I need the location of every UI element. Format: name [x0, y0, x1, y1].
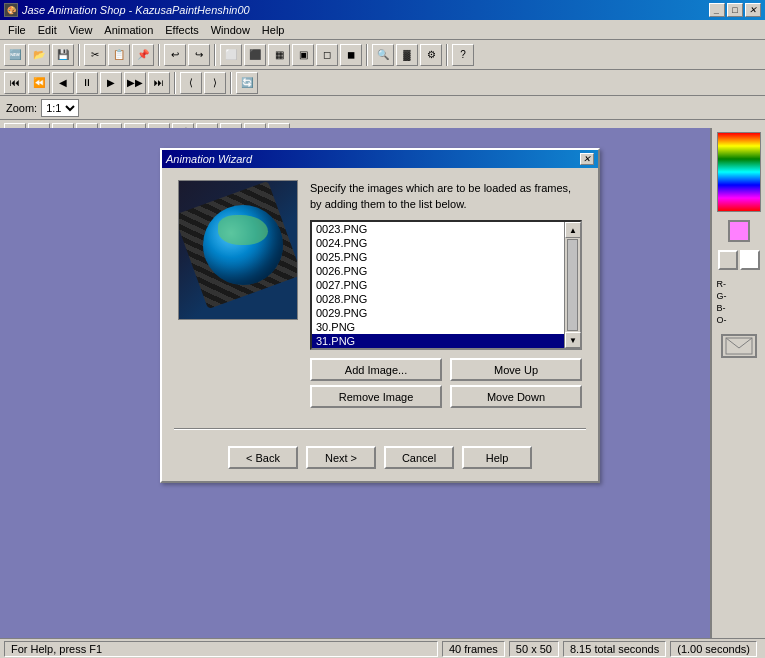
first-frame[interactable]: ⏮	[4, 72, 26, 94]
color-swatch[interactable]	[728, 220, 750, 242]
sep4	[366, 44, 368, 66]
tool4[interactable]: ▣	[292, 44, 314, 66]
menu-edit[interactable]: Edit	[32, 20, 63, 39]
last-frame[interactable]: ⏭	[148, 72, 170, 94]
o-value: O-	[717, 314, 761, 326]
tool7[interactable]: 🔍	[372, 44, 394, 66]
sep7	[230, 72, 232, 94]
dialog-nav-buttons: < Back Next > Cancel Help	[162, 438, 598, 481]
anim-toolbar: ⏮ ⏪ ◀ ⏸ ▶ ▶▶ ⏭ ⟨ ⟩ 🔄	[0, 70, 765, 96]
minimize-button[interactable]: _	[709, 3, 725, 17]
globe-preview-image	[178, 180, 298, 320]
sep2	[158, 44, 160, 66]
dialog-description: Specify the images which are to be loade…	[310, 180, 582, 212]
status-size: 50 x 50	[509, 641, 559, 657]
save-button[interactable]: 💾	[52, 44, 74, 66]
zoom-select[interactable]: 1:1 1:2 1:4 2:1	[41, 99, 79, 117]
next-button[interactable]: Next >	[306, 446, 376, 469]
help-tool[interactable]: ?	[452, 44, 474, 66]
status-help: For Help, press F1	[4, 641, 438, 657]
tool8[interactable]: ▓	[396, 44, 418, 66]
menu-effects[interactable]: Effects	[159, 20, 204, 39]
help-button[interactable]: Help	[462, 446, 532, 469]
file-item-30[interactable]: 30.PNG	[312, 320, 580, 334]
maximize-button[interactable]: □	[727, 3, 743, 17]
dialog-close-button[interactable]: ✕	[580, 153, 594, 165]
copy-button[interactable]: 📋	[108, 44, 130, 66]
cancel-button[interactable]: Cancel	[384, 446, 454, 469]
close-button[interactable]: ✕	[745, 3, 761, 17]
rgb-display: R- G- B- O-	[717, 278, 761, 326]
menu-animation[interactable]: Animation	[98, 20, 159, 39]
move-up-button[interactable]: Move Up	[450, 358, 582, 381]
menu-window[interactable]: Window	[205, 20, 256, 39]
new-button[interactable]: 🆕	[4, 44, 26, 66]
pause-btn[interactable]: ⏸	[76, 72, 98, 94]
file-list-container: 0023.PNG 0024.PNG 0025.PNG 0026.PNG 0027…	[310, 220, 582, 350]
undo-button[interactable]: ↩	[164, 44, 186, 66]
background-color[interactable]	[740, 250, 760, 270]
tool9[interactable]: ⚙	[420, 44, 442, 66]
scroll-down-arrow[interactable]: ▼	[565, 332, 581, 348]
file-item-31[interactable]: 31.PNG	[312, 334, 580, 348]
app-icon: 🎨	[4, 3, 18, 17]
color-gradient[interactable]	[717, 132, 761, 212]
file-item-0028[interactable]: 0028.PNG	[312, 292, 580, 306]
paste-button[interactable]: 📌	[132, 44, 154, 66]
file-item-0029[interactable]: 0029.PNG	[312, 306, 580, 320]
next-step[interactable]: ▶▶	[124, 72, 146, 94]
globe-icon	[203, 205, 283, 285]
scroll-thumb[interactable]	[567, 239, 578, 331]
status-total: 8.15 total seconds	[563, 641, 666, 657]
menu-bar: File Edit View Animation Effects Window …	[0, 20, 765, 40]
play-btn[interactable]: ▶	[100, 72, 122, 94]
open-button[interactable]: 📂	[28, 44, 50, 66]
foreground-color[interactable]	[718, 250, 738, 270]
sep3	[214, 44, 216, 66]
file-item-0027[interactable]: 0027.PNG	[312, 278, 580, 292]
menu-view[interactable]: View	[63, 20, 99, 39]
tool1[interactable]: ⬜	[220, 44, 242, 66]
right-panel: R- G- B- O-	[710, 128, 765, 638]
status-per: (1.00 seconds)	[670, 641, 757, 657]
mail-icon[interactable]	[721, 334, 757, 358]
main-toolbar: 🆕 📂 💾 ✂ 📋 📌 ↩ ↪ ⬜ ⬛ ▦ ▣ ◻ ◼ 🔍 ▓ ⚙ ?	[0, 40, 765, 70]
cut-button[interactable]: ✂	[84, 44, 106, 66]
prev-frame[interactable]: ⏪	[28, 72, 50, 94]
r-value: R-	[717, 278, 761, 290]
file-item-0024[interactable]: 0024.PNG	[312, 236, 580, 250]
scroll-up-arrow[interactable]: ▲	[565, 222, 581, 238]
title-bar: 🎨 Jase Animation Shop - KazusaPaintHensh…	[0, 0, 765, 20]
tool2[interactable]: ⬛	[244, 44, 266, 66]
file-list-scrollbar[interactable]: ▲ ▼	[564, 222, 580, 348]
tool6[interactable]: ◼	[340, 44, 362, 66]
dialog-title-bar: Animation Wizard ✕	[162, 150, 598, 168]
menu-file[interactable]: File	[2, 20, 32, 39]
file-item-0026[interactable]: 0026.PNG	[312, 264, 580, 278]
tool5[interactable]: ◻	[316, 44, 338, 66]
status-bar: For Help, press F1 40 frames 50 x 50 8.1…	[0, 638, 765, 658]
loop-btn[interactable]: 🔄	[236, 72, 258, 94]
menu-help[interactable]: Help	[256, 20, 291, 39]
file-item-0025[interactable]: 0025.PNG	[312, 250, 580, 264]
file-item-0023[interactable]: 0023.PNG	[312, 222, 580, 236]
status-frames: 40 frames	[442, 641, 505, 657]
dialog-right-panel: Specify the images which are to be loade…	[310, 180, 582, 408]
sep6	[174, 72, 176, 94]
remove-image-button[interactable]: Remove Image	[310, 385, 442, 408]
redo-button[interactable]: ↪	[188, 44, 210, 66]
next-anim[interactable]: ⟩	[204, 72, 226, 94]
dialog-preview	[178, 180, 298, 408]
dialog-title-text: Animation Wizard	[166, 153, 252, 165]
animation-wizard-dialog: Animation Wizard ✕ Specify the images wh…	[160, 148, 600, 483]
prev-anim[interactable]: ⟨	[180, 72, 202, 94]
move-down-button[interactable]: Move Down	[450, 385, 582, 408]
add-image-button[interactable]: Add Image...	[310, 358, 442, 381]
back-button[interactable]: < Back	[228, 446, 298, 469]
dialog-separator	[174, 428, 586, 430]
dialog-body: Specify the images which are to be loade…	[162, 168, 598, 420]
action-buttons-row2: Remove Image Move Down	[310, 385, 582, 408]
tool3[interactable]: ▦	[268, 44, 290, 66]
prev-step[interactable]: ◀	[52, 72, 74, 94]
app-title: Jase Animation Shop - KazusaPaintHenshin…	[22, 4, 250, 16]
